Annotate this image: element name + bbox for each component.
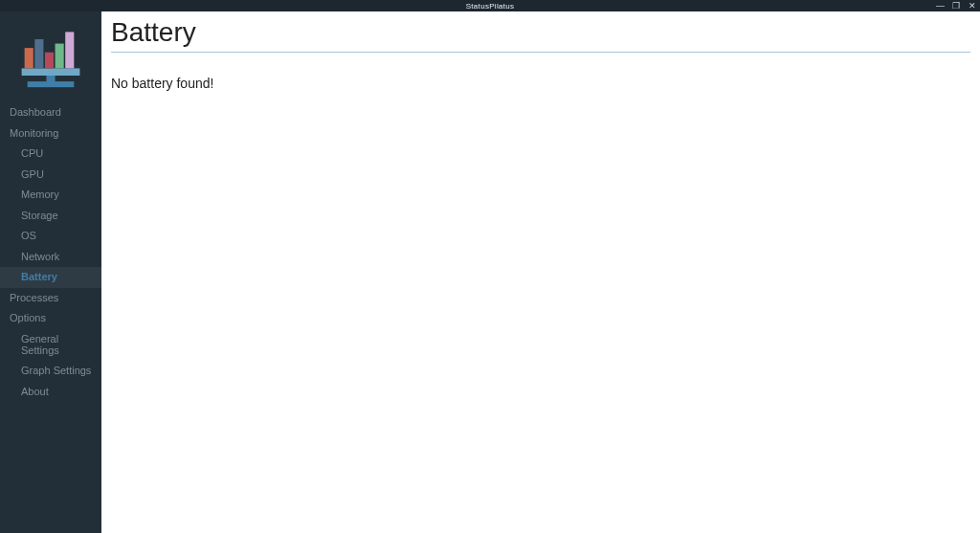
maximize-button[interactable]: ❐ (952, 1, 960, 11)
sidebar-item-network[interactable]: Network (0, 247, 101, 268)
chart-logo-icon (14, 23, 87, 92)
page-title: Battery (111, 17, 970, 50)
title-underline (111, 52, 970, 53)
titlebar: StatusPilatus — ❐ ✕ (0, 0, 980, 11)
sidebar-item-dashboard[interactable]: Dashboard (0, 102, 101, 123)
sidebar-item-about[interactable]: About (0, 382, 101, 403)
svg-rect-6 (56, 43, 64, 68)
sidebar: Dashboard Monitoring CPU GPU Memory Stor… (0, 11, 101, 533)
svg-rect-7 (65, 32, 74, 68)
sidebar-item-general-settings[interactable]: General Settings (0, 329, 101, 361)
sidebar-item-storage[interactable]: Storage (0, 206, 101, 227)
sidebar-section-options: Options (0, 308, 101, 329)
svg-rect-2 (22, 68, 80, 76)
sidebar-item-memory[interactable]: Memory (0, 185, 101, 206)
window-title: StatusPilatus (466, 2, 515, 11)
sidebar-section-monitoring: Monitoring (0, 123, 101, 144)
minimize-button[interactable]: — (936, 1, 945, 11)
svg-rect-3 (25, 48, 33, 68)
app-frame: Dashboard Monitoring CPU GPU Memory Stor… (0, 11, 980, 533)
sidebar-item-processes[interactable]: Processes (0, 288, 101, 309)
sidebar-item-battery[interactable]: Battery (0, 267, 101, 288)
sidebar-item-cpu[interactable]: CPU (0, 144, 101, 165)
main-content: Battery No battery found! (101, 11, 980, 533)
window-controls: — ❐ ✕ (936, 0, 976, 11)
sidebar-item-gpu[interactable]: GPU (0, 165, 101, 186)
svg-rect-5 (45, 52, 54, 68)
sidebar-nav: Dashboard Monitoring CPU GPU Memory Stor… (0, 102, 101, 402)
svg-rect-1 (28, 81, 75, 87)
close-button[interactable]: ✕ (969, 1, 976, 11)
logo-wrap (0, 11, 101, 102)
sidebar-item-graph-settings[interactable]: Graph Settings (0, 361, 101, 382)
status-message: No battery found! (111, 76, 970, 91)
sidebar-item-os[interactable]: OS (0, 226, 101, 247)
svg-rect-4 (34, 39, 43, 68)
